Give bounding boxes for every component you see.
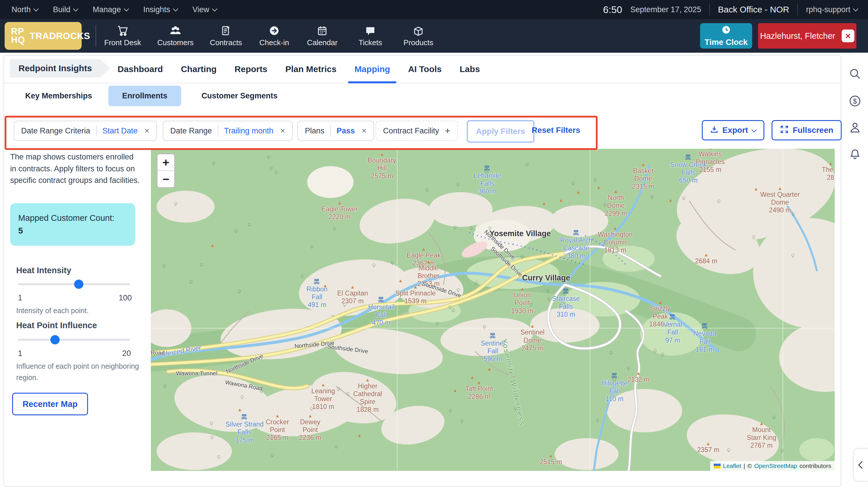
heat-intensity-slider[interactable] [18, 283, 130, 285]
menu-view[interactable]: View [193, 5, 217, 14]
profile-icon[interactable] [849, 122, 861, 135]
tab-ai-tools[interactable]: AI Tools [408, 55, 441, 83]
peak-icon: ▲ [695, 253, 718, 257]
peak-icon: ▲ [266, 414, 289, 418]
tree-icon [627, 366, 630, 370]
export-label: Export [722, 126, 748, 135]
map-label: ▲2515 m [540, 454, 562, 466]
export-button[interactable]: Export [702, 120, 764, 140]
filter-chip-date-range[interactable]: Date Range Trailing month × [163, 121, 293, 141]
heat-point-influence-slider[interactable] [18, 339, 130, 341]
tab-mapping[interactable]: Mapping [354, 55, 390, 83]
map-label: ▲ [398, 278, 403, 283]
map-label: Royal ArchCascade380 m [560, 229, 593, 260]
filter-chip-date-range-criteria[interactable]: Date Range Criteria Start Date × [14, 121, 157, 141]
filter-chip-contract-facility[interactable]: Contract Facility + [376, 121, 458, 141]
peak-icon: ▲ [649, 300, 671, 305]
slider-min: 1 [18, 293, 22, 302]
map-label: ▲BoundaryHill2575 m [368, 152, 396, 180]
apply-filters-button[interactable]: Apply Filters [467, 120, 534, 143]
filter-chip-plans[interactable]: Plans Pass × [297, 121, 374, 141]
tree-icon [457, 288, 460, 291]
billing-icon[interactable]: $ [849, 95, 861, 108]
map-label: ▲SentinelDome2475 m [520, 324, 544, 352]
calendar-icon [316, 25, 328, 36]
time-clock-button[interactable]: Time Clock [700, 23, 752, 49]
chevron-down-icon [751, 127, 756, 132]
nav-customers[interactable]: Customers [157, 25, 194, 47]
subtab-customer-segments[interactable]: Customer Segments [201, 92, 278, 100]
subtab-enrollments[interactable]: Enrollments [108, 86, 181, 106]
add-icon[interactable]: + [445, 126, 451, 136]
tree-icon [211, 436, 214, 439]
reset-filters-button[interactable]: Reset Filters [532, 126, 580, 135]
tree-icon [603, 203, 607, 206]
chip-remove-icon[interactable]: × [279, 126, 285, 136]
zoom-out-button[interactable]: − [158, 171, 174, 187]
fullscreen-label: Fullscreen [793, 126, 833, 135]
slider-thumb[interactable] [50, 335, 59, 344]
map-label: Silver StrandFalls175 m [225, 414, 264, 444]
peak-icon: ▲ [627, 371, 650, 376]
map-attribution: Leaflet | © OpenStreetMap contributors [710, 461, 835, 471]
tree-icon [772, 416, 776, 419]
peak-icon: ▲ [598, 226, 633, 231]
nav-calendar[interactable]: Calendar [306, 25, 338, 47]
map-label: ▲ [559, 198, 563, 203]
subtab-key-memberships[interactable]: Key Memberships [25, 92, 92, 100]
box-icon [412, 25, 425, 36]
close-icon[interactable]: × [842, 29, 854, 42]
nav-tickets[interactable]: Tickets [354, 25, 386, 47]
openstreetmap-link[interactable]: OpenStreetMap [754, 463, 797, 469]
map-label: ▲MountStarr King2767 m [747, 421, 776, 449]
zoom-in-button[interactable]: + [158, 154, 174, 170]
chip-value: Start Date [102, 126, 138, 136]
map-label: ▲CrockerPoint2165 m [266, 414, 289, 442]
waterfall-icon [225, 414, 264, 420]
chevron-down-icon [212, 6, 217, 11]
tab-plan-metrics[interactable]: Plan Metrics [285, 55, 336, 83]
tab-labs[interactable]: Labs [460, 55, 480, 83]
leaflet-link[interactable]: Leaflet [723, 463, 741, 469]
nav-products[interactable]: Products [403, 25, 434, 47]
logo-mark: RPHQ [11, 27, 25, 44]
tree-icon [548, 297, 551, 300]
tree-icon [163, 264, 166, 267]
menu-insights[interactable]: Insights [143, 5, 177, 14]
recenter-map-button[interactable]: Recenter Map [12, 393, 88, 415]
nav-front-desk[interactable]: Front Desk [104, 25, 141, 47]
tab-reports[interactable]: Reports [235, 55, 267, 83]
nav-contracts[interactable]: Contracts [210, 25, 242, 47]
collapse-panel-handle[interactable] [853, 448, 868, 482]
chip-remove-icon[interactable]: × [143, 126, 149, 136]
peak-icon: ▲ [511, 287, 533, 291]
menu-build[interactable]: Build [53, 5, 78, 14]
active-customer-button[interactable]: Hazlehurst, Fletcher × [758, 23, 857, 49]
tree-icon [316, 423, 319, 426]
map-label: ▲ [237, 408, 242, 412]
map-label: Northside Drive [294, 340, 334, 350]
map-label: ▲Taft Point2286 m [465, 380, 493, 400]
peak-icon: ▲ [395, 285, 435, 289]
map-canvas[interactable]: ▲BoundaryHill2575 m▲Eagle Tower2220 mLeh… [151, 149, 835, 471]
fullscreen-button[interactable]: Fullscreen [772, 120, 842, 140]
tab-dashboard[interactable]: Dashboard [118, 55, 163, 83]
brand-logo[interactable]: RPHQ TRADROCKS [5, 22, 82, 50]
tree-icon [337, 387, 340, 390]
waterfall-icon [368, 297, 395, 303]
chip-remove-icon[interactable]: × [361, 126, 366, 136]
map-label: VernalFall97 m [663, 314, 682, 344]
slider-caption: Influence of each point on neighboring r… [16, 361, 141, 383]
account-menu[interactable]: rphq-support [806, 5, 858, 14]
slider-thumb[interactable] [74, 279, 83, 289]
map-label: ▲WashingtonColumn1813 m [598, 226, 633, 254]
menu-manage[interactable]: Manage [93, 5, 128, 14]
map-label: StaircaseFalls310 m [552, 288, 580, 318]
notifications-icon[interactable] [849, 148, 861, 162]
tab-charting[interactable]: Charting [181, 55, 217, 83]
nav-check-in[interactable]: Check-in [258, 25, 290, 47]
tree-icon [651, 195, 654, 198]
peak-icon: ▲ [605, 190, 627, 194]
search-icon[interactable] [849, 68, 861, 81]
menu-north[interactable]: North [11, 5, 38, 14]
